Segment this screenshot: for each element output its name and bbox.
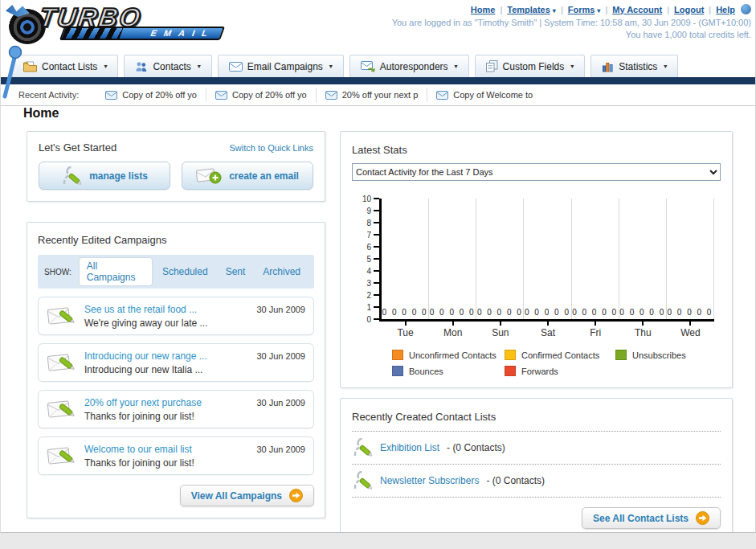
show-tab-scheduled[interactable]: Scheduled	[155, 264, 215, 280]
contact-lists-panel: Recently Created Contact Lists Exhibitio…	[340, 398, 733, 533]
tab-contacts[interactable]: Contacts▾	[124, 55, 211, 77]
top-link-templates[interactable]: Templates▾	[507, 5, 556, 14]
chart-plot: 0 0 0 0 00 0 0 0 00 0 0 0 00 0 0 0 00 0 …	[379, 199, 714, 322]
campaign-date: 30 Jun 2009	[256, 305, 305, 314]
app-logo[interactable]: TURBO EMAIL	[9, 4, 218, 49]
contact-list-link[interactable]: Newsletter Subscribers	[380, 475, 479, 486]
zero-value-labels: 0 0 0 0 0	[382, 308, 428, 317]
create-email-label: create an email	[229, 170, 299, 182]
y-tick-mark	[374, 318, 379, 320]
x-label-text: Sat	[524, 327, 571, 338]
pages-icon	[486, 60, 498, 72]
x-tick-mark	[547, 322, 549, 326]
create-email-button[interactable]: create an email	[182, 162, 313, 190]
view-all-campaigns-label: View All Campaigns	[191, 490, 282, 502]
campaign-body: Welcome to our email list30 Jun 2009Than…	[84, 444, 305, 469]
arrow-right-circle-icon	[289, 489, 303, 502]
see-all-contact-lists-button[interactable]: See All Contact Lists	[582, 507, 721, 529]
campaign-card[interactable]: 20% off your next purchase30 Jun 2009Tha…	[38, 390, 314, 428]
separator: |	[667, 5, 669, 14]
get-started-title: Let's Get Started	[39, 141, 116, 154]
x-tick-mark	[452, 322, 454, 326]
manage-lists-button[interactable]: manage lists	[39, 162, 170, 190]
show-label: SHOW:	[44, 268, 72, 277]
show-tab-all-campaigns[interactable]: All Campaigns	[80, 258, 152, 285]
chevron-down-icon: ▾	[553, 7, 556, 14]
contact-list-link[interactable]: Exhibition List	[380, 442, 439, 453]
chevron-down-icon: ▾	[597, 7, 600, 14]
y-tick-label: 5	[366, 255, 371, 264]
legend-swatch	[392, 350, 403, 360]
campaign-row-top: Welcome to our email list30 Jun 2009	[84, 444, 305, 455]
legend-item: Confirmed Contacts	[505, 350, 601, 360]
legend-swatch	[392, 366, 403, 376]
recent-activity-item[interactable]: Copy of 20% off yo	[96, 88, 206, 102]
top-link-home[interactable]: Home	[471, 5, 496, 14]
campaign-card[interactable]: Welcome to our email list30 Jun 2009Than…	[38, 436, 314, 475]
top-link-help[interactable]: Help	[716, 5, 735, 14]
contact-list-item[interactable]: Newsletter Subscribers - (0 Contacts)	[352, 465, 721, 498]
chart-column: 0 0 0 0 0	[429, 199, 476, 319]
view-all-campaigns-button[interactable]: View All Campaigns	[180, 485, 314, 506]
chart-column: 0 0 0 0 0	[382, 199, 429, 319]
activity-item-label: Copy of 20% off yo	[232, 90, 307, 100]
campaign-subtitle: Thanks for joining our list!	[84, 457, 305, 469]
y-tick-mark	[374, 234, 379, 236]
stats-select[interactable]: Contact Activity for the Last 7 Days	[352, 163, 721, 181]
x-label-text: Tue	[382, 327, 429, 338]
campaign-row-top: See us at the retail food ...30 Jun 2009	[84, 304, 305, 315]
envelope-pencil-icon	[47, 303, 77, 329]
credits-info: You have 1,000 total credits left.	[392, 29, 751, 41]
tab-label: Email Campaigns	[247, 61, 323, 72]
campaigns-panel: Recently Edited Campaigns SHOW: All Camp…	[27, 222, 325, 518]
latest-stats-panel: Latest Stats Contact Activity for the La…	[340, 131, 733, 388]
envelope-icon	[229, 62, 243, 72]
top-link-forms[interactable]: Forms▾	[568, 5, 601, 14]
tab-statistics[interactable]: Statistics▾	[590, 55, 678, 77]
tab-autoresponders[interactable]: Autoresponders▾	[349, 55, 469, 77]
contact-list-item[interactable]: Exhibition List - (0 Contacts)	[352, 432, 721, 465]
y-tick-label: 6	[366, 243, 371, 252]
recent-activity-item[interactable]: Copy of Welcome to	[427, 88, 541, 102]
campaign-filter-bar: SHOW: All CampaignsScheduledSentArchived	[38, 255, 314, 289]
chart-legend: Unconfirmed ContactsConfirmed ContactsUn…	[392, 350, 721, 376]
nav-underline-bar	[1, 77, 755, 84]
tab-label: Contacts	[153, 61, 190, 72]
x-axis-label: Mon	[429, 322, 476, 338]
campaign-body: 20% off your next purchase30 Jun 2009Tha…	[84, 397, 305, 422]
tab-custom-fields[interactable]: Custom Fields▾	[475, 55, 586, 77]
chevron-down-icon: ▾	[104, 63, 107, 70]
chevron-down-icon: ▾	[329, 63, 333, 70]
chevron-down-icon: ▾	[664, 63, 667, 70]
campaign-title-link[interactable]: 20% off your next purchase	[84, 397, 202, 408]
campaign-card[interactable]: See us at the retail food ...30 Jun 2009…	[38, 297, 314, 335]
recent-activity-item[interactable]: 20% off your next p	[316, 88, 427, 102]
x-tick-mark	[689, 322, 691, 326]
x-label-text: Fri	[572, 327, 619, 338]
top-link-my-account[interactable]: My Account	[612, 5, 662, 14]
contact-count: - (0 Contacts)	[447, 442, 505, 453]
campaign-subtitle: We're giving away our late ...	[84, 318, 305, 329]
show-tab-sent[interactable]: Sent	[219, 264, 253, 280]
zero-value-labels: 0 0 0 0 0	[619, 308, 665, 317]
help-bubble-icon[interactable]	[741, 4, 751, 14]
y-tick-mark	[374, 282, 379, 284]
top-link-logout[interactable]: Logout	[674, 5, 704, 14]
tab-contact-lists[interactable]: Contact Lists▾	[12, 55, 118, 77]
show-tab-archived[interactable]: Archived	[255, 264, 308, 280]
chart-column: 0 0 0 0 0	[572, 199, 619, 319]
switch-quick-links-link[interactable]: Switch to Quick Links	[229, 143, 313, 153]
recent-activity-item[interactable]: Copy of 20% off yo	[206, 88, 316, 102]
campaign-title-link[interactable]: Welcome to our email list	[84, 444, 192, 455]
campaign-card[interactable]: Introducing our new range ...30 Jun 2009…	[38, 343, 314, 382]
x-label-text: Wed	[667, 327, 714, 338]
contact-count: - (0 Contacts)	[486, 475, 545, 486]
tab-email-campaigns[interactable]: Email Campaigns▾	[218, 55, 344, 77]
campaign-title-link[interactable]: Introducing our new range ...	[84, 350, 207, 362]
zero-value-labels: 0 0 0 0 0	[572, 308, 618, 317]
recent-activity-bar: Recent Activity: Copy of 20% off yoCopy …	[1, 84, 755, 106]
x-tick-mark	[405, 322, 407, 326]
separator: |	[500, 5, 502, 14]
legend-label: Forwards	[521, 367, 558, 376]
campaign-title-link[interactable]: See us at the retail food ...	[84, 304, 197, 315]
